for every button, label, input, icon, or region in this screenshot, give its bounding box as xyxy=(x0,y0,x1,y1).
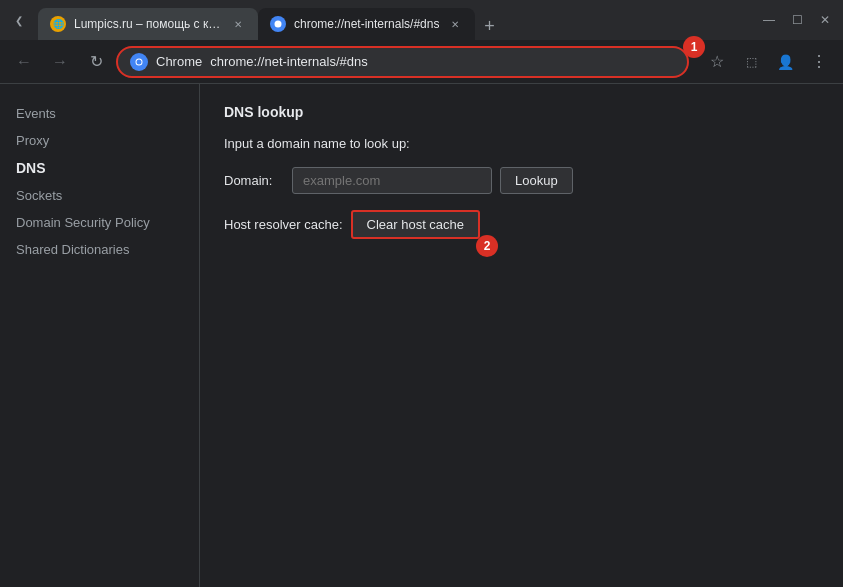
extensions-icon[interactable]: ⬚ xyxy=(735,46,767,78)
window-controls: — ☐ ✕ xyxy=(759,10,835,30)
address-url-text: chrome://net-internals/#dns xyxy=(210,54,675,69)
sidebar-item-dns[interactable]: DNS xyxy=(0,154,199,182)
tab-bar: 🌐 Lumpics.ru – помощь с компь... ✕ chrom… xyxy=(38,0,747,40)
section-title: DNS lookup xyxy=(224,104,819,120)
domain-input[interactable] xyxy=(292,167,492,194)
address-bar[interactable]: Chrome chrome://net-internals/#dns 1 xyxy=(116,46,689,78)
title-bar: ❮ 🌐 Lumpics.ru – помощь с компь... ✕ chr… xyxy=(0,0,843,40)
clear-cache-badge: 2 xyxy=(476,235,498,257)
chrome-icon xyxy=(130,53,148,71)
toolbar: ← → ↻ Chrome chrome://net-internals/#dns… xyxy=(0,40,843,84)
address-bar-badge: 1 xyxy=(683,36,705,58)
close-button[interactable]: ✕ xyxy=(815,10,835,30)
tab-dns[interactable]: chrome://net-internals/#dns ✕ xyxy=(258,8,475,40)
new-tab-button[interactable]: + xyxy=(475,12,503,40)
sidebar: Events Proxy DNS Sockets Domain Security… xyxy=(0,84,200,587)
tab-lumpics-close[interactable]: ✕ xyxy=(230,16,246,32)
tab-list-chevron-area: ❮ xyxy=(8,9,30,31)
svg-point-3 xyxy=(137,59,142,64)
domain-label-row: Input a domain name to look up: xyxy=(224,136,819,151)
maximize-button[interactable]: ☐ xyxy=(787,10,807,30)
refresh-button[interactable]: ↻ xyxy=(80,46,112,78)
chrome-favicon xyxy=(270,16,286,32)
sidebar-item-proxy[interactable]: Proxy xyxy=(0,127,199,154)
tab-scroll-btn[interactable]: ❮ xyxy=(8,9,30,31)
minimize-button[interactable]: — xyxy=(759,10,779,30)
domain-description-label: Input a domain name to look up: xyxy=(224,136,410,151)
sidebar-item-domain-security-policy[interactable]: Domain Security Policy xyxy=(0,209,199,236)
main-layout: Events Proxy DNS Sockets Domain Security… xyxy=(0,84,843,587)
tab-lumpics[interactable]: 🌐 Lumpics.ru – помощь с компь... ✕ xyxy=(38,8,258,40)
tab-lumpics-title: Lumpics.ru – помощь с компь... xyxy=(74,17,222,31)
host-resolver-label: Host resolver cache: xyxy=(224,217,343,232)
sidebar-item-shared-dictionaries[interactable]: Shared Dictionaries xyxy=(0,236,199,263)
domain-field-label: Domain: xyxy=(224,173,284,188)
host-resolver-row: Host resolver cache: Clear host cache 2 xyxy=(224,210,819,239)
back-button[interactable]: ← xyxy=(8,46,40,78)
domain-input-row: Domain: Lookup xyxy=(224,167,819,194)
forward-button[interactable]: → xyxy=(44,46,76,78)
content-area: DNS lookup Input a domain name to look u… xyxy=(200,84,843,587)
clear-cache-btn-container: Clear host cache 2 xyxy=(351,210,481,239)
toolbar-right-icons: ☆ ⬚ 👤 ⋮ xyxy=(701,46,835,78)
sidebar-item-sockets[interactable]: Sockets xyxy=(0,182,199,209)
sidebar-item-events[interactable]: Events xyxy=(0,100,199,127)
address-chrome-label: Chrome xyxy=(156,54,202,69)
lookup-button[interactable]: Lookup xyxy=(500,167,573,194)
bookmark-icon[interactable]: ☆ xyxy=(701,46,733,78)
clear-host-cache-button[interactable]: Clear host cache xyxy=(351,210,481,239)
profile-icon[interactable]: 👤 xyxy=(769,46,801,78)
menu-icon[interactable]: ⋮ xyxy=(803,46,835,78)
tab-dns-close[interactable]: ✕ xyxy=(447,16,463,32)
svg-point-1 xyxy=(275,21,282,28)
tab-dns-title: chrome://net-internals/#dns xyxy=(294,17,439,31)
